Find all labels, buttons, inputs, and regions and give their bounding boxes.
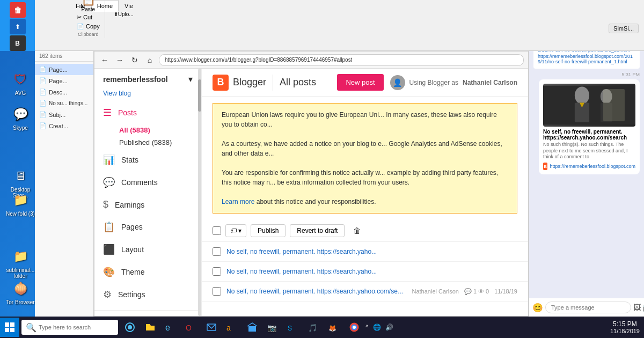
ribbon-content: 📋 Paste ✂ Cut 📄 Copy Clipboard	[70, 12, 644, 16]
desktop-icon-avg[interactable]: 🛡 AVG	[4, 70, 36, 96]
tag-button[interactable]: 🏷 ▾	[225, 224, 246, 237]
taskbar-amazon-icon[interactable]: a	[222, 318, 241, 337]
explorer-item-4[interactable]: 📄 Subj...	[35, 109, 93, 120]
emoji-button[interactable]: 😊	[532, 303, 543, 313]
sidebar-layout[interactable]: ⬛ Layout	[94, 238, 201, 261]
b-taskbar-icon[interactable]: B	[10, 35, 26, 51]
pages-label: Pages	[121, 223, 143, 231]
simsimi-bar: SimSi...	[609, 24, 639, 33]
post-author-2: Nathaniel Carlson	[412, 288, 458, 295]
tor-icon: 🧅	[11, 279, 30, 298]
sidebar-settings[interactable]: ⚙ Settings	[94, 283, 201, 306]
learn-more-link[interactable]: Learn more	[222, 198, 254, 205]
taskbar-office-icon[interactable]: O	[181, 318, 201, 337]
taskbar-photos-icon[interactable]: 📷	[263, 318, 282, 337]
sidebar-stats[interactable]: 📊 Stats	[94, 149, 201, 171]
taskbar-clock[interactable]: 5:15 PM 11/18/2019	[610, 320, 644, 334]
taskbar-edge-icon[interactable]: e	[161, 318, 180, 337]
explorer-label-5: Creat...	[49, 123, 68, 129]
explorer-item-0[interactable]: 📄 Page...	[35, 64, 93, 75]
taskbar-cortana-icon[interactable]	[120, 318, 140, 337]
eu-para1: European Union laws require you to give …	[222, 110, 508, 129]
comments-count-icon: 💬	[464, 288, 472, 295]
svg-text:O: O	[186, 324, 192, 332]
skype-label: Skype	[13, 125, 28, 131]
sidebar-published-posts[interactable]: Published (5838)	[94, 136, 201, 149]
explorer-icon-2: 📄	[39, 89, 47, 95]
sidebar-posts[interactable]: ☰ Posts	[94, 101, 201, 124]
start-button[interactable]	[0, 318, 19, 337]
taskbar-vlc-icon[interactable]: 🎵	[304, 318, 323, 337]
sidebar-earnings[interactable]: $ Earnings	[94, 194, 201, 216]
view-blog-link[interactable]: View blog	[94, 90, 201, 101]
blog-dropdown-btn[interactable]: ▾	[188, 74, 193, 84]
post-checkbox-2[interactable]	[213, 287, 221, 296]
browser-forward-btn[interactable]: →	[114, 54, 126, 66]
taskbar-chrome-icon[interactable]	[345, 318, 364, 337]
chat-image-btn[interactable]: 🖼	[633, 303, 641, 312]
sidebar-scrollbar[interactable]	[198, 69, 201, 316]
explorer-item-1[interactable]: 📄 Page...	[35, 75, 93, 86]
sidebar-all-posts[interactable]: All (5838)	[94, 124, 201, 136]
tray-network-icon[interactable]: 🌐	[371, 322, 383, 332]
browser-refresh-btn[interactable]: ↻	[129, 54, 141, 66]
chat-input[interactable]	[545, 302, 631, 313]
explorer-item-2[interactable]: 📄 Desc...	[35, 86, 93, 98]
upload-icon: ⬆	[114, 11, 118, 17]
taskbar-explorer-icon[interactable]	[141, 318, 160, 337]
publish-button[interactable]: Publish	[251, 224, 286, 237]
taskbar-store-icon[interactable]	[243, 318, 262, 337]
svg-rect-6	[5, 322, 9, 327]
svg-point-1	[575, 87, 589, 105]
browser-url-bar[interactable]: https://www.blogger.com/u/1/blogger.g?bl…	[159, 54, 524, 66]
select-all-checkbox[interactable]	[213, 226, 221, 235]
ribbon-group-clipboard: 📋 Paste ✂ Cut 📄 Copy Clipboard	[72, 0, 105, 38]
bubble-link-url: https://rememeberlessfool.blogspot.com	[550, 164, 635, 169]
sidebar-pages[interactable]: 📋 Pages	[94, 216, 201, 238]
sidebar-theme[interactable]: 🎨 Theme	[94, 261, 201, 283]
chat-timestamp: 5:31 PM	[533, 72, 640, 77]
delete-button[interactable]: 🗑	[349, 224, 365, 237]
earnings-label: Earnings	[115, 201, 144, 209]
upload-button[interactable]: ⬆ Uplo...	[112, 10, 136, 18]
new-post-button[interactable]: New post	[337, 74, 383, 91]
tray-volume-icon[interactable]: 🔊	[384, 322, 395, 332]
chat-send-row: 😊 🖼 📸 📍 •••	[529, 298, 644, 317]
sidebar-reading-list[interactable]: 🔖 Reading List	[94, 315, 201, 316]
browser-home-btn[interactable]: ⌂	[144, 54, 156, 66]
cut-button[interactable]: ✂ Cut	[75, 13, 101, 21]
post-link-1[interactable]: No self, no freewill, permanent. https:/…	[226, 268, 517, 275]
desktop-icon-new-fold[interactable]: 📁 New fold (3)	[4, 190, 36, 217]
sidebar-comments[interactable]: 💬 Comments	[94, 171, 201, 194]
desktop-icon-skype[interactable]: 💬 Skype	[4, 105, 36, 131]
copy-button[interactable]: 📄 Copy	[75, 23, 101, 31]
paste-button[interactable]: 📋 Paste	[77, 0, 99, 13]
blogger-b-icon: B	[213, 75, 229, 91]
post-checkbox-0[interactable]	[213, 247, 221, 256]
post-link-0[interactable]: No self, no freewill, permanent. https:/…	[226, 248, 517, 255]
search-input[interactable]	[39, 324, 114, 330]
explorer-item-3[interactable]: 📄 No su... things...	[35, 98, 93, 109]
taskbar-mail-icon[interactable]	[202, 318, 221, 337]
time-text: 5:15 PM	[610, 320, 640, 328]
taskbar-search-box[interactable]: 🔍	[21, 320, 118, 335]
recycle-bin-taskbar-icon[interactable]: 🗑	[10, 2, 26, 18]
post-checkbox-1[interactable]	[213, 267, 221, 276]
taskbar-firefox-icon[interactable]: 🦊	[324, 318, 343, 337]
desktop-icon-subliminal[interactable]: 📁 subliminal... folder	[4, 247, 36, 279]
upload-taskbar-icon[interactable]: ⬆	[10, 19, 26, 34]
taskbar-skype-icon[interactable]: S	[283, 318, 303, 337]
sidebar-scroll-thumb[interactable]	[198, 79, 201, 112]
eu-notice: European Union laws require you to give …	[213, 103, 517, 214]
bubble-link[interactable]: B https://rememeberlessfool.blogspot.com	[543, 163, 635, 170]
tray-expand-icon[interactable]: ^	[364, 322, 370, 332]
revert-button[interactable]: Revert to draft	[290, 224, 345, 237]
post-link-2[interactable]: No self, no freewill, permanent. https:/…	[226, 288, 406, 295]
explorer-label-4: Subj...	[49, 112, 65, 118]
using-label: Using Blogger as	[409, 79, 458, 86]
chat-link-2[interactable]: https://rememeberlessfool.blogspot.com/2…	[538, 54, 635, 64]
explorer-item-5[interactable]: 📄 Creat...	[35, 120, 93, 131]
desktop-icon-tor[interactable]: 🧅 Tor Browser	[4, 279, 36, 305]
browser-back-btn[interactable]: ←	[99, 54, 111, 66]
svg-point-11	[128, 325, 132, 329]
